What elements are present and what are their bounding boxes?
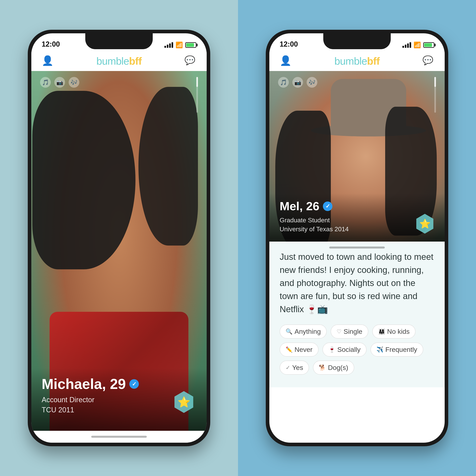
tag-never: ✏️ Never	[280, 342, 319, 357]
tag-dogs: 🐕 Dog(s)	[313, 360, 354, 375]
profile-scroll-content: Just moved to town and looking to meet n…	[269, 241, 445, 387]
star-badge-right[interactable]: ⭐	[415, 214, 435, 234]
tag-frequently-icon: ✈️	[376, 346, 383, 353]
tag-anything-label: Anything	[294, 328, 321, 335]
photo-icons-right: 🎵 📷 🎶	[278, 77, 317, 88]
status-time-right: 12:00	[280, 40, 298, 48]
wifi-icon: 📶	[175, 41, 183, 48]
wifi-icon-right: 📶	[413, 41, 421, 48]
lastfm-icon: 🎵	[40, 77, 51, 88]
tag-dogs-label: Dog(s)	[328, 364, 348, 372]
profile-photo-left: 🎵 📷 🎶 Michaela, 29 ✓ Account Director TC…	[31, 71, 207, 431]
verified-badge-right: ✓	[323, 202, 332, 211]
camera-icon-right: 📷	[292, 77, 303, 88]
profile-icon-left[interactable]: 👤	[42, 55, 53, 67]
profile-school-right: University of Texas 2014	[280, 225, 434, 234]
profile-title-right: Graduate Student	[280, 216, 434, 225]
verified-badge-left: ✓	[129, 379, 139, 389]
tag-yes-icon: ✓	[286, 364, 290, 371]
scroll-indicator-left	[196, 77, 198, 113]
tag-kids-label: No kids	[387, 328, 409, 335]
hair-decoration	[32, 91, 136, 269]
tag-never-icon: ✏️	[286, 346, 292, 353]
home-indicator-left	[31, 431, 207, 443]
tag-yes: ✓ Yes	[280, 360, 309, 375]
tag-kids-icon: 👨‍👩‍👧	[378, 328, 385, 335]
profile-icon-right[interactable]: 👤	[280, 55, 291, 67]
signal-icon	[164, 42, 173, 48]
app-title-left: bumblebff	[96, 55, 142, 67]
message-icon-left[interactable]: 💬	[185, 55, 196, 67]
app-title-right: bumblebff	[334, 55, 380, 67]
profile-name-left: Michaela, 29	[42, 376, 126, 392]
tag-single: ♡ Single	[331, 324, 368, 339]
app-header-right: 👤 bumblebff 💬	[269, 51, 445, 71]
tag-socially-label: Socially	[337, 346, 360, 354]
lastfm-icon-right: 🎵	[278, 77, 289, 88]
spotify-icon: 🎶	[69, 77, 79, 88]
notch-right	[323, 33, 391, 49]
signal-icon-right	[402, 42, 411, 48]
tags-row-3: ✓ Yes 🐕 Dog(s)	[280, 360, 434, 375]
tag-socially: 🍷 Socially	[323, 342, 367, 357]
tag-never-label: Never	[294, 346, 313, 354]
hair-right	[138, 87, 198, 246]
right-phone: 12:00 📶 👤 bu	[266, 30, 448, 446]
star-badge-left[interactable]: ⭐	[173, 391, 195, 413]
profile-photo-right: 🎵 📷 🎶 Mel, 26 ✓ Graduate S	[269, 71, 445, 241]
left-phone: 12:00 📶 👤 bu	[28, 30, 210, 446]
spotify-icon-right: 🎶	[307, 77, 317, 88]
tag-single-icon: ♡	[337, 328, 341, 335]
message-icon-right[interactable]: 💬	[423, 55, 434, 67]
tag-frequently-label: Frequently	[385, 346, 417, 354]
tag-anything-icon: 🔍	[286, 328, 292, 335]
tag-single-label: Single	[343, 328, 362, 335]
app-header-left: 👤 bumblebff 💬	[31, 51, 207, 71]
notch	[85, 33, 153, 49]
profile-name-right: Mel, 26	[280, 199, 319, 213]
status-icons-right: 📶	[402, 41, 434, 48]
tag-no-kids: 👨‍👩‍👧 No kids	[372, 324, 415, 339]
camera-icon: 📷	[54, 77, 65, 88]
right-background: 12:00 📶 👤 bu	[238, 0, 476, 476]
tag-dogs-icon: 🐕	[319, 364, 326, 371]
tag-socially-icon: 🍷	[328, 346, 335, 353]
left-background: 12:00 📶 👤 bu	[0, 0, 238, 476]
photo-icons-left: 🎵 📷 🎶	[40, 77, 79, 88]
tags-row-2: ✏️ Never 🍷 Socially ✈️ Frequently	[280, 342, 434, 357]
tag-anything: 🔍 Anything	[280, 324, 327, 339]
battery-icon-right	[423, 42, 434, 48]
tag-frequently: ✈️ Frequently	[371, 342, 423, 357]
tag-yes-label: Yes	[292, 364, 303, 372]
status-time-left: 12:00	[42, 40, 60, 48]
bio-text: Just moved to town and looking to meet n…	[280, 250, 434, 316]
battery-icon	[185, 42, 196, 48]
tags-row-1: 🔍 Anything ♡ Single 👨‍👩‍👧 No kids	[280, 324, 434, 339]
scroll-indicator-right	[434, 77, 436, 113]
status-icons-left: 📶	[164, 41, 196, 48]
